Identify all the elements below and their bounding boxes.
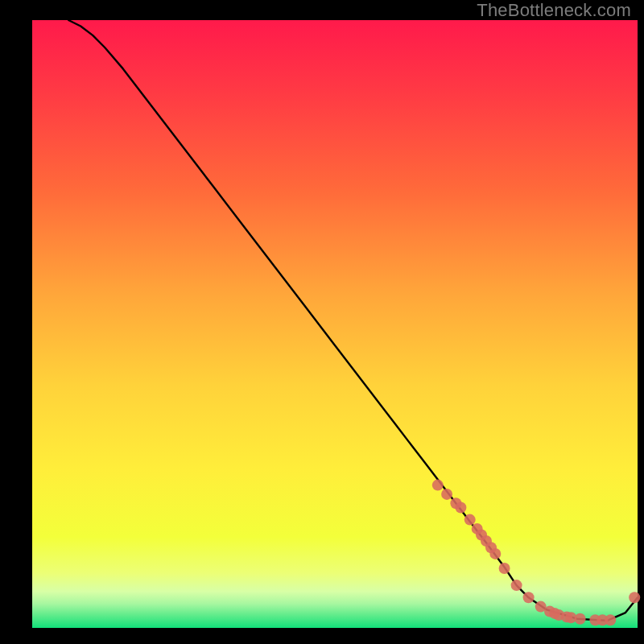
highlight-dot — [523, 592, 535, 603]
highlight-dot — [511, 580, 522, 591]
highlight-dot — [464, 514, 476, 526]
chart-container: TheBottleneck.com — [0, 0, 644, 644]
plot-background — [32, 20, 638, 628]
highlight-dot — [499, 563, 510, 574]
highlight-dot — [441, 489, 452, 500]
highlight-dot — [489, 548, 501, 559]
highlight-dot — [455, 502, 466, 514]
highlight-dot — [605, 614, 616, 625]
highlight-dot — [629, 592, 640, 603]
highlight-dot — [432, 480, 444, 491]
bottleneck-chart — [0, 0, 644, 644]
watermark-text: TheBottleneck.com — [477, 0, 631, 21]
highlight-dot — [575, 613, 586, 625]
